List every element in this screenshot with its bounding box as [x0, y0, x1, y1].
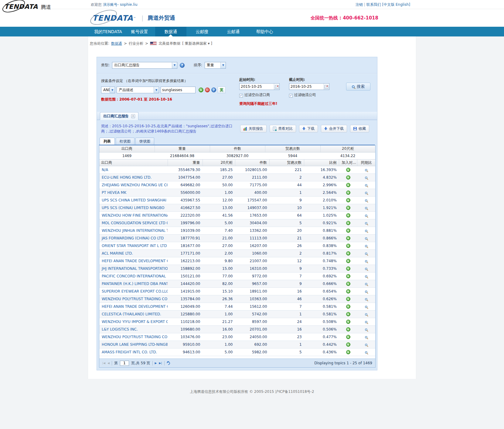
exporter-name-link[interactable]: HEFEI ANAN TRADE DEVELOPMENT CO...	[102, 304, 168, 309]
exporter-name-link[interactable]: PT HEVEA MK	[102, 190, 126, 195]
exporter-name-link[interactable]: ZHEJIANG WENZHOU PACKING I/E CORP.	[102, 183, 168, 187]
breadcrumb-link-datahub[interactable]: 数据通	[111, 41, 122, 46]
checkbox-checked-icon[interactable]	[239, 94, 243, 98]
add-to-compare-icon[interactable]: +	[346, 259, 350, 263]
page-number-input[interactable]	[120, 361, 129, 366]
start-date-calendar-button[interactable]	[274, 84, 279, 90]
exporter-name-link[interactable]: WENZHOU POLYTRUST TRADING CO	[102, 335, 167, 339]
exporter-name-link[interactable]: WENZHOU JINHUA INTERNATIONAL T...	[102, 228, 168, 233]
yoy-search-icon[interactable]	[365, 192, 367, 194]
add-to-compare-icon[interactable]: +	[346, 175, 350, 180]
report-type-select[interactable]: 出口商汇总报告 ▼	[112, 62, 177, 69]
add-to-compare-icon[interactable]: +	[346, 289, 350, 293]
type-help-icon[interactable]: ?	[180, 63, 185, 68]
nav-item-4[interactable]: 云邮搜	[186, 27, 218, 36]
add-to-compare-icon[interactable]: +	[346, 251, 350, 256]
related-report-button[interactable]: 关联报告	[240, 125, 267, 132]
next-page-icon[interactable]: ▶	[155, 362, 157, 365]
add-to-compare-icon[interactable]: +	[346, 274, 350, 278]
view-tab-1[interactable]: 列表	[100, 138, 115, 145]
exporter-name-link[interactable]: ECU-LINE HONG KONG LTD.	[102, 175, 152, 180]
add-to-compare-icon[interactable]: +	[346, 304, 350, 309]
yoy-search-icon[interactable]	[365, 222, 367, 225]
exporter-name-link[interactable]: WENZHOU POLYTRUST TRADING CO., ...	[102, 297, 168, 301]
add-to-compare-icon[interactable]: +	[346, 297, 350, 301]
favorite-button[interactable]: 收藏	[350, 125, 369, 132]
exporter-name-link[interactable]: UPS SCS (CHINA) LIMITED NINGBO	[102, 206, 165, 210]
add-to-compare-icon[interactable]: +	[346, 266, 350, 271]
yoy-search-icon[interactable]	[365, 351, 367, 354]
yoy-search-icon[interactable]	[365, 298, 367, 300]
yoy-search-icon[interactable]	[365, 214, 367, 217]
filter-logistics-checkbox[interactable]: 过滤物流公司	[289, 92, 338, 98]
merge-download-button[interactable]: 合并下载	[321, 125, 347, 132]
nav-item-1[interactable]: 我的TENDATA	[92, 27, 124, 36]
exporter-name-link[interactable]: JHJ INTERNATIONAL TRANSPORTATIO...	[102, 266, 168, 271]
end-date-calendar-button[interactable]	[324, 84, 329, 90]
add-to-compare-icon[interactable]: +	[346, 213, 350, 218]
add-to-compare-icon[interactable]: +	[346, 320, 350, 324]
yoy-search-icon[interactable]	[365, 336, 367, 338]
exporter-name-link[interactable]: AMASS FREIGHT INTL CO. LTD.	[102, 350, 157, 354]
view-compare-button[interactable]: 查看对比	[270, 125, 296, 132]
english-toggle-button[interactable]: 英	[218, 87, 226, 93]
exporter-name-link[interactable]: PACIFIC CONCORD INTERNATIONAL	[102, 274, 166, 278]
nav-item-2[interactable]: 账号设置	[124, 27, 155, 36]
yoy-search-icon[interactable]	[365, 184, 367, 187]
add-to-compare-icon[interactable]: +	[346, 206, 350, 210]
yoy-search-icon[interactable]	[365, 245, 367, 247]
yoy-search-icon[interactable]	[365, 283, 367, 285]
yoy-search-icon[interactable]	[365, 237, 367, 240]
add-to-compare-icon[interactable]: +	[346, 350, 350, 354]
exporter-name-link[interactable]: CELESTICA (THAILAND) LIMITED.	[102, 312, 161, 316]
close-tab-icon[interactable]: ✕	[131, 114, 135, 118]
exporter-name-link[interactable]: HONOUR LANE SHIPPING LTD-NINGBO	[102, 342, 168, 347]
checkbox-checked-icon[interactable]	[289, 94, 293, 98]
exporter-name-link[interactable]: ORIENT STAR TRANSPORT INT L LTD RM	[102, 244, 168, 248]
exporter-name-link[interactable]: UPS SCS CHINA LIMITED SHANGHAI	[102, 198, 166, 202]
view-tab-2[interactable]: 柱状图	[116, 138, 135, 145]
nav-item-5[interactable]: 云邮通	[218, 27, 249, 36]
add-to-compare-icon[interactable]: +	[346, 198, 350, 202]
exporter-name-link[interactable]: ACL MARINE LTD.	[102, 251, 133, 256]
filter-blank-importer-checkbox[interactable]: 过滤空白进口商	[239, 92, 288, 98]
logout-link[interactable]: 注销	[356, 2, 363, 7]
yoy-search-icon[interactable]	[365, 230, 367, 232]
yoy-search-icon[interactable]	[365, 344, 367, 346]
add-to-compare-icon[interactable]: +	[346, 312, 350, 316]
yoy-search-icon[interactable]	[365, 328, 367, 331]
add-to-compare-icon[interactable]: +	[346, 190, 350, 195]
start-date-input[interactable]	[240, 84, 274, 90]
remove-condition-icon[interactable]: −	[205, 88, 210, 92]
yoy-search-icon[interactable]	[365, 313, 367, 316]
account-link[interactable]: 演示账号- sophie.liu	[103, 2, 138, 7]
add-to-compare-icon[interactable]: +	[346, 282, 350, 286]
add-to-compare-icon[interactable]: +	[346, 183, 350, 187]
criteria-help-icon[interactable]: ?	[211, 88, 216, 92]
language-switch-link[interactable]: [中文版 English]	[382, 2, 410, 7]
end-date-input[interactable]	[289, 84, 324, 90]
exporter-name-link[interactable]: WENZHOU YIYU IMPORT & EXPORT C...	[102, 320, 168, 324]
nav-item-6[interactable]: 帮助中心	[249, 27, 280, 36]
report-tab[interactable]: 出口商汇总报告 ✕	[100, 112, 138, 120]
download-button[interactable]: 下载	[299, 125, 318, 132]
add-to-compare-icon[interactable]: +	[346, 342, 350, 347]
yoy-search-icon[interactable]	[365, 306, 367, 308]
nav-item-3[interactable]: 数据通	[155, 27, 186, 36]
yoy-search-icon[interactable]	[365, 207, 367, 209]
add-condition-icon[interactable]: +	[199, 88, 203, 92]
sort-select[interactable]: 重量 ▼	[205, 62, 226, 69]
boolean-op-select[interactable]: AND ▼	[101, 87, 115, 93]
exporter-name-link[interactable]: HEFEI ANAN TRADE DEVELOPMENT CO...	[102, 259, 168, 263]
keyword-input[interactable]	[161, 87, 196, 93]
yoy-search-icon[interactable]	[365, 199, 367, 202]
reselect-country-dropdown[interactable]: [ 重新选择国家 ▾ ]	[182, 41, 212, 46]
exporter-name-link[interactable]: MOL CONSOLIDATION SERVICE LTD O/B	[102, 221, 168, 225]
add-to-compare-icon[interactable]: +	[346, 244, 350, 248]
yoy-search-icon[interactable]	[365, 275, 367, 278]
yoy-search-icon[interactable]	[365, 177, 367, 179]
exporter-name-link[interactable]: WENZHOU HOW FINE INTERNATIONAL...	[102, 213, 168, 218]
add-to-compare-icon[interactable]: +	[346, 228, 350, 233]
yoy-search-icon[interactable]	[365, 321, 367, 323]
exporter-name-link[interactable]: N/A	[102, 168, 108, 172]
